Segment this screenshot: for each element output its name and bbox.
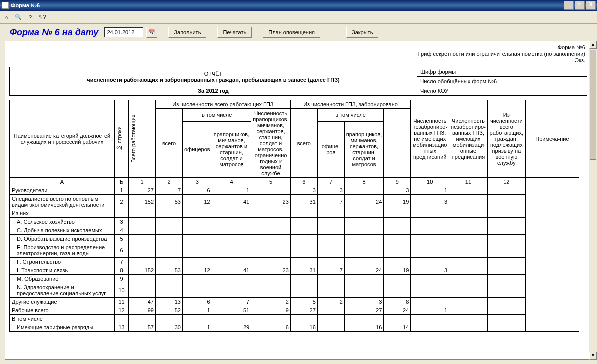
data-cell[interactable] [488,298,526,306]
data-cell[interactable] [318,258,344,266]
data-cell[interactable] [183,210,212,218]
fill-button[interactable]: Заполнить [168,27,206,38]
data-cell[interactable] [212,275,252,284]
data-cell[interactable]: 23 [252,266,291,275]
table-row[interactable]: A. Сельское хозяйство3 [10,218,580,226]
data-cell[interactable] [318,275,344,284]
data-cell[interactable] [344,218,384,226]
data-cell[interactable]: 6 [183,186,212,195]
data-cell[interactable] [156,315,183,324]
data-cell[interactable] [450,226,488,235]
data-cell[interactable] [318,226,344,235]
data-cell[interactable] [450,235,488,244]
data-cell[interactable] [344,186,384,195]
vertical-scrollbar[interactable]: ▲ ▼ [589,41,597,360]
data-cell[interactable] [450,218,488,226]
data-cell[interactable]: 41 [212,266,252,275]
data-cell[interactable]: 6 [183,298,212,306]
table-row[interactable]: Другие служащие1147136725238 [10,298,580,306]
data-cell[interactable]: 3 [384,186,411,195]
data-cell[interactable] [384,235,411,244]
data-cell[interactable] [252,244,291,258]
data-cell[interactable] [156,275,183,284]
data-cell[interactable] [129,210,156,218]
data-cell[interactable] [156,258,183,266]
data-cell[interactable] [129,218,156,226]
data-cell[interactable] [252,315,291,324]
data-cell[interactable] [344,258,384,266]
data-cell[interactable] [344,244,384,258]
data-cell[interactable]: 99 [129,306,156,315]
data-cell[interactable] [450,315,488,324]
data-cell[interactable] [129,226,156,235]
data-cell[interactable]: 12 [183,195,212,210]
data-cell[interactable] [488,218,526,226]
data-cell[interactable] [252,226,291,235]
scroll-down-icon[interactable]: ▼ [590,352,597,360]
maximize-button[interactable]: □ [575,1,585,10]
data-cell[interactable] [344,284,384,298]
tool-icon-2[interactable]: 🔍 [14,13,23,22]
table-row[interactable]: M. Образование9 [10,275,580,284]
data-cell[interactable] [212,235,252,244]
data-cell[interactable]: 23 [252,195,291,210]
data-cell[interactable] [129,284,156,298]
data-cell[interactable]: 152 [129,195,156,210]
data-cell[interactable] [384,284,411,298]
data-cell[interactable]: 24 [384,306,411,315]
table-row[interactable]: I. Транспорт и связь81525312412331724193 [10,266,580,275]
data-cell[interactable] [252,284,291,298]
data-cell[interactable] [344,315,384,324]
table-row[interactable]: N. Здравоохранение и предоставление соци… [10,284,580,298]
data-cell[interactable] [384,258,411,266]
data-cell[interactable] [411,258,450,266]
data-cell[interactable]: 24 [344,195,384,210]
tool-icon-1[interactable]: ⌂ [2,13,11,22]
data-cell[interactable] [290,284,318,298]
calendar-button[interactable]: 📅 [146,27,158,38]
data-cell[interactable] [129,315,156,324]
data-cell[interactable] [252,235,291,244]
data-cell[interactable] [488,275,526,284]
help-icon[interactable]: ? [26,13,35,22]
data-cell[interactable]: 30 [156,324,183,332]
data-cell[interactable] [129,275,156,284]
data-cell[interactable]: 3 [344,298,384,306]
data-cell[interactable] [450,195,488,210]
data-cell[interactable]: 6 [252,324,291,332]
data-cell[interactable] [290,235,318,244]
table-row[interactable]: F. Строительство7 [10,258,580,266]
table-row[interactable]: Из них [10,210,580,218]
data-cell[interactable]: 14 [384,324,411,332]
data-cell[interactable] [290,315,318,324]
data-cell[interactable] [450,324,488,332]
close-button[interactable]: Закрыть [346,27,378,38]
data-cell[interactable] [252,186,291,195]
table-row[interactable]: Имеющие тарифные разряды1357301296161614 [10,324,580,332]
data-cell[interactable] [488,210,526,218]
plan-button[interactable]: План оповещения [263,27,320,38]
data-cell[interactable]: 1 [411,306,450,315]
data-cell[interactable]: 7 [318,195,344,210]
data-cell[interactable]: 2 [318,298,344,306]
data-cell[interactable] [344,226,384,235]
data-cell[interactable] [183,244,212,258]
data-cell[interactable] [344,235,384,244]
data-cell[interactable] [411,298,450,306]
data-cell[interactable] [290,226,318,235]
data-cell[interactable] [183,315,212,324]
data-cell[interactable] [290,210,318,218]
data-cell[interactable] [450,275,488,284]
data-cell[interactable] [384,210,411,218]
data-cell[interactable]: 7 [156,186,183,195]
data-cell[interactable] [183,218,212,226]
data-cell[interactable] [129,244,156,258]
data-cell[interactable] [411,235,450,244]
data-cell[interactable] [488,235,526,244]
data-cell[interactable]: 29 [212,324,252,332]
scroll-up-icon[interactable]: ▲ [590,41,597,49]
data-cell[interactable] [411,210,450,218]
data-cell[interactable] [290,244,318,258]
data-cell[interactable]: 1 [183,324,212,332]
data-cell[interactable] [450,258,488,266]
